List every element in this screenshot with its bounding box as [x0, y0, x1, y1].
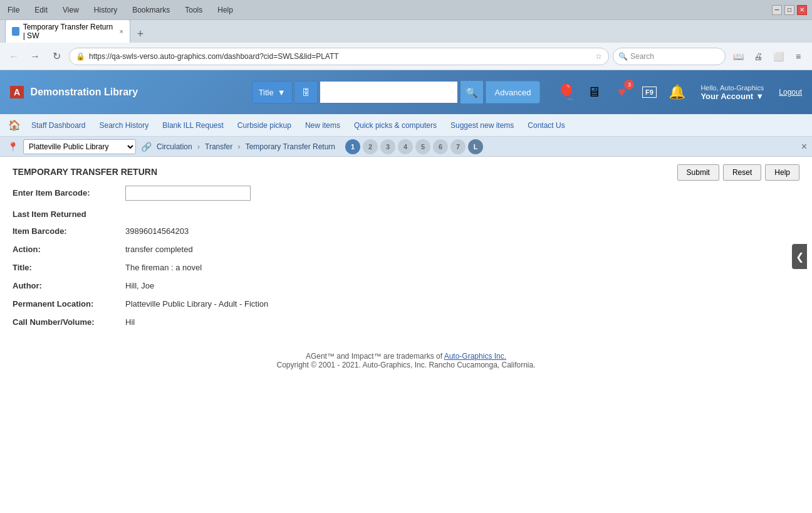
menu-history[interactable]: History: [91, 4, 120, 16]
step-6[interactable]: 6: [433, 139, 448, 154]
step-l[interactable]: L: [468, 139, 483, 154]
browser-toolbar: 📖 🖨 ⬜ ≡: [729, 48, 807, 65]
close-breadcrumb-button[interactable]: ×: [801, 141, 807, 152]
breadcrumb-bar: 📍 Platteville Public Library 🔗 Circulati…: [0, 137, 812, 157]
forward-button[interactable]: →: [26, 48, 44, 65]
submit-button[interactable]: Submit: [677, 164, 719, 181]
location-pin-icon: 📍: [8, 142, 18, 152]
search-input[interactable]: [320, 81, 458, 103]
window-controls: ─ □ ✕: [772, 5, 807, 15]
perm-location-row: Permanent Location: Platteville Public L…: [13, 297, 799, 309]
catalog-icon-button[interactable]: 🖥: [583, 81, 605, 103]
tab-label: Temporary Transfer Return | SW: [23, 23, 113, 40]
search-placeholder-text: Search: [630, 52, 654, 61]
logout-button[interactable]: Logout: [779, 88, 802, 97]
help-button[interactable]: Help: [765, 164, 799, 181]
menu-bookmarks[interactable]: Bookmarks: [130, 4, 172, 16]
step-2[interactable]: 2: [363, 139, 378, 154]
user-section: Hello, Auto-Graphics Your Account ▼: [700, 84, 764, 101]
nav-blank-ill-request[interactable]: Blank ILL Request: [156, 117, 230, 134]
enter-barcode-label: Enter Item Barcode:: [13, 186, 125, 198]
action-label: Action:: [13, 242, 125, 254]
f9-key-button[interactable]: F9: [638, 81, 660, 103]
nav-suggest-new-items[interactable]: Suggest new items: [444, 117, 520, 134]
breadcrumb-transfer: Transfer: [205, 142, 232, 151]
form-action-buttons: Submit Reset Help: [677, 164, 799, 181]
nav-search-history[interactable]: Search History: [93, 117, 155, 134]
close-button[interactable]: ✕: [797, 5, 807, 15]
search-magnifier-icon: 🔍: [618, 52, 628, 61]
print-button[interactable]: 🖨: [749, 48, 767, 65]
maximize-button[interactable]: □: [784, 5, 794, 15]
call-number-value: Hil: [125, 315, 135, 327]
home-button[interactable]: 🏠: [5, 116, 24, 135]
title-value: The fireman : a novel: [125, 260, 202, 272]
main-content: Submit Reset Help TEMPORARY TRANSFER RET…: [0, 157, 812, 513]
fullscreen-button[interactable]: ⬜: [769, 48, 787, 65]
breadcrumb-sep-1: ›: [197, 142, 200, 151]
back-button[interactable]: ←: [5, 48, 23, 65]
reset-button[interactable]: Reset: [723, 164, 761, 181]
new-tab-button[interactable]: +: [132, 25, 149, 43]
step-4[interactable]: 4: [398, 139, 413, 154]
footer-trademark-text: AGent™ and Impact™ are trademarks of: [306, 352, 444, 361]
step-7[interactable]: 7: [450, 139, 466, 154]
balloon-icon-button[interactable]: 🎈: [555, 81, 578, 103]
form-header: Submit Reset Help TEMPORARY TRANSFER RET…: [13, 167, 799, 186]
search-section: Title ▼ 🗄 🔍 Advanced: [252, 81, 541, 103]
account-chevron-icon: ▼: [756, 92, 764, 101]
security-icons: 🔒: [76, 52, 85, 61]
browser-search-box[interactable]: 🔍 Search: [613, 48, 726, 65]
tab-bar: Temporary Transfer Return | SW × +: [0, 20, 812, 43]
balloon-icon: 🎈: [557, 83, 576, 101]
bookmark-star[interactable]: ☆: [595, 52, 602, 61]
barcode-input[interactable]: [125, 186, 251, 201]
step-3[interactable]: 3: [380, 139, 395, 154]
collapse-sidebar-button[interactable]: ❮: [792, 244, 807, 269]
search-database-button[interactable]: 🗄: [295, 81, 318, 103]
wishlist-icon-button[interactable]: ♥ 3: [610, 81, 633, 103]
search-go-button[interactable]: 🔍: [461, 81, 483, 103]
footer-line1: AGent™ and Impact™ are trademarks of Aut…: [13, 352, 799, 361]
nav-quick-picks[interactable]: Quick picks & computers: [348, 117, 443, 134]
last-item-header: Last Item Returned: [13, 209, 799, 219]
search-type-dropdown[interactable]: Title ▼: [252, 81, 293, 103]
account-label: Your Account: [700, 92, 753, 101]
app-name: Demonstration Library: [31, 87, 138, 97]
location-dropdown[interactable]: Platteville Public Library: [23, 139, 136, 154]
tab-close-button[interactable]: ×: [120, 28, 123, 35]
footer: AGent™ and Impact™ are trademarks of Aut…: [13, 352, 799, 369]
nav-bar: 🏠 Staff Dashboard Search History Blank I…: [0, 114, 812, 137]
user-account-dropdown[interactable]: Your Account ▼: [700, 92, 764, 101]
step-1[interactable]: 1: [345, 139, 360, 154]
tab-favicon: [12, 27, 19, 36]
footer-link[interactable]: Auto-Graphics Inc.: [444, 352, 506, 361]
item-barcode-label: Item Barcode:: [13, 224, 125, 236]
menu-tools[interactable]: Tools: [182, 4, 205, 16]
nav-contact-us[interactable]: Contact Us: [521, 117, 571, 134]
minimize-button[interactable]: ─: [772, 5, 782, 15]
menu-file[interactable]: File: [5, 4, 22, 16]
enter-barcode-row: Enter Item Barcode:: [13, 186, 799, 201]
reload-button[interactable]: ↻: [48, 48, 65, 65]
item-barcode-row: Item Barcode: 39896014564203: [13, 224, 799, 236]
item-barcode-value: 39896014564203: [125, 224, 189, 236]
menu-button[interactable]: ≡: [789, 48, 807, 65]
menu-edit[interactable]: Edit: [32, 4, 50, 16]
advanced-search-button[interactable]: Advanced: [486, 81, 541, 103]
step-5[interactable]: 5: [415, 139, 430, 154]
nav-staff-dashboard[interactable]: Staff Dashboard: [25, 117, 92, 134]
reader-view-button[interactable]: 📖: [729, 48, 747, 65]
nav-curbside-pickup[interactable]: Curbside pickup: [231, 117, 298, 134]
notifications-button[interactable]: 🔔: [665, 81, 688, 103]
author-row: Author: Hill, Joe: [13, 278, 799, 290]
action-row: Action: transfer completed: [13, 242, 799, 254]
nav-new-items[interactable]: New items: [299, 117, 346, 134]
f9-label: F9: [642, 87, 657, 98]
address-field[interactable]: 🔒 https://qa-swls-verso.auto-graphics.co…: [69, 48, 609, 65]
address-bar: ← → ↻ 🔒 https://qa-swls-verso.auto-graph…: [0, 43, 812, 70]
app-logo: A Demonstration Library: [10, 87, 138, 98]
active-tab[interactable]: Temporary Transfer Return | SW ×: [5, 19, 130, 43]
menu-help[interactable]: Help: [215, 4, 236, 16]
menu-view[interactable]: View: [60, 4, 81, 16]
